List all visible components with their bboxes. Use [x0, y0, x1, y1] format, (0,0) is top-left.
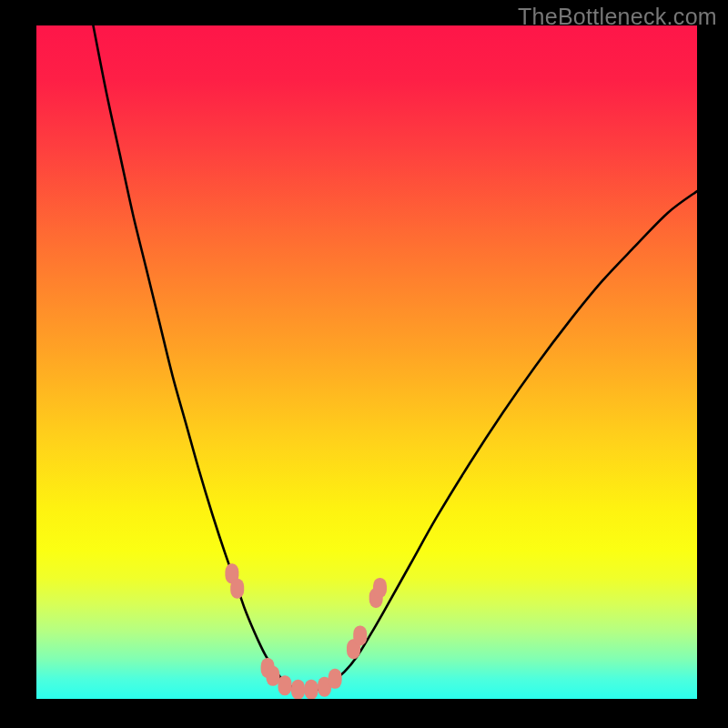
data-point [369, 588, 383, 608]
data-point [305, 680, 318, 699]
data-point [266, 666, 279, 686]
data-point [261, 658, 275, 678]
data-point [291, 680, 305, 699]
data-point [353, 625, 367, 645]
curve-layer [36, 25, 697, 699]
data-point [230, 579, 244, 599]
data-point [225, 563, 238, 583]
points-layer [36, 25, 697, 699]
data-point [373, 578, 387, 598]
bottleneck-curve [93, 25, 697, 691]
data-point [329, 669, 342, 689]
plot-area [36, 25, 697, 699]
chart-frame: TheBottleneck.com [0, 0, 728, 728]
data-point [278, 675, 291, 695]
data-point [347, 639, 360, 659]
data-point [318, 677, 331, 697]
